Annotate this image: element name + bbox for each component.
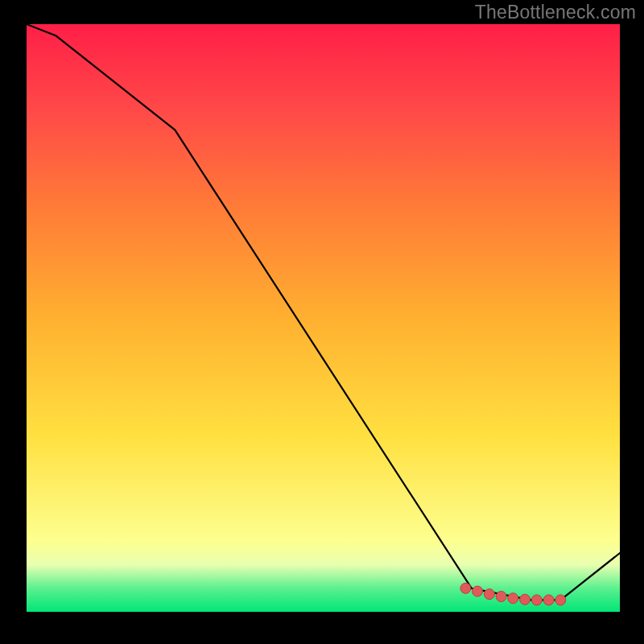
marker-dot xyxy=(460,583,471,593)
watermark-text: TheBottleneck.com xyxy=(475,2,636,23)
marker-dot xyxy=(520,594,530,605)
marker-dot xyxy=(508,593,518,604)
marker-dot xyxy=(543,595,554,605)
marker-dot xyxy=(531,595,542,605)
marker-dot xyxy=(555,595,566,605)
marker-dot xyxy=(484,589,494,600)
marker-dot xyxy=(496,592,506,602)
chart-stage: TheBottleneck.com xyxy=(0,0,644,644)
plot-svg xyxy=(0,0,644,644)
plot-background xyxy=(27,24,620,612)
marker-dot xyxy=(473,586,483,597)
